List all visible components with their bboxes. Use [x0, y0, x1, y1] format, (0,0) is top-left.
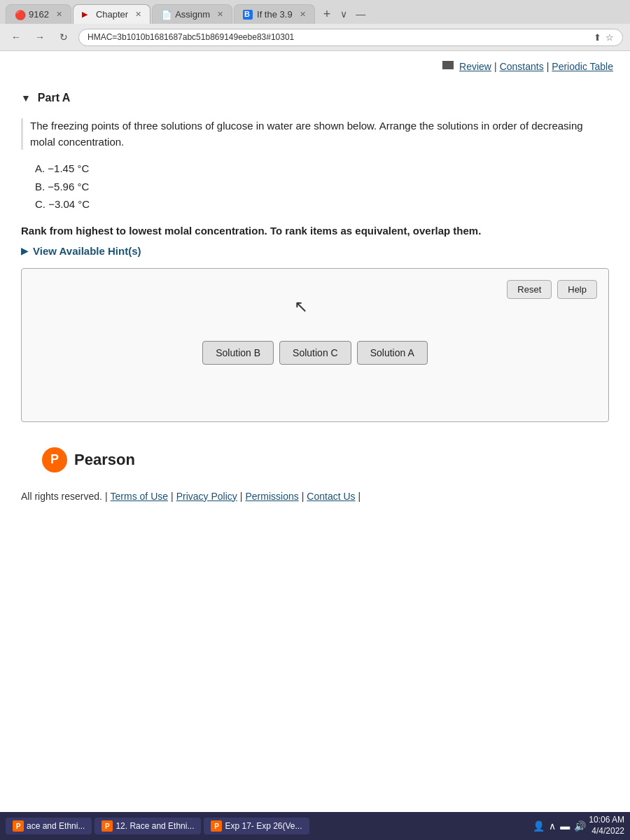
help-button[interactable]: Help [557, 280, 597, 299]
constants-link[interactable]: Constants [500, 61, 544, 72]
tab-icon-3: 📄 [161, 10, 171, 20]
sep2: | [547, 61, 550, 72]
footer-sep5: | [358, 491, 361, 502]
browser-chrome: 🔴 9162 ✕ ▶ Chapter ✕ 📄 Assignm ✕ B If th… [0, 0, 630, 51]
cursor-indicator: ↖ [294, 297, 308, 316]
tab-9162[interactable]: 🔴 9162 ✕ [6, 4, 71, 24]
hint-arrow-icon: ▶ [21, 245, 29, 256]
taskbar-item-1[interactable]: P ace and Ethni... [6, 818, 92, 834]
star-icon[interactable]: ☆ [606, 32, 614, 43]
address-text: HMAC=3b1010b1681687abc51b869149eebe83#10… [88, 32, 294, 42]
minimize-btn[interactable]: — [353, 8, 368, 20]
question-text: The freezing points of three solutions o… [21, 118, 609, 150]
tab-actions: + ∨ — [319, 7, 369, 22]
share-icon[interactable]: ⬆ [594, 32, 601, 43]
pearson-logo-letter: P [50, 452, 59, 467]
date-display: 4/4/2022 [589, 826, 624, 837]
tab-chapter[interactable]: ▶ Chapter ✕ [73, 4, 150, 24]
pearson-name: Pearson [74, 451, 135, 469]
main-content: Review | Constants | Periodic Table ▼ Pa… [0, 51, 630, 821]
taskbar-label-3: Exp 17- Exp 26(Ve... [225, 821, 302, 831]
tab-label-1: 9162 [29, 9, 49, 20]
drag-area[interactable]: ↖ Reset Help Solution B Solution C Solut… [21, 268, 609, 422]
pearson-logo: P [42, 447, 67, 472]
tab-icon-1: 🔴 [15, 10, 24, 20]
tab-close-4[interactable]: ✕ [300, 10, 306, 19]
privacy-link[interactable]: Privacy Policy [176, 491, 237, 502]
footer-sep2: | [171, 491, 174, 502]
hint-text[interactable]: View Available Hint(s) [33, 245, 141, 257]
drag-area-top: Reset Help [33, 280, 597, 299]
tab-label-3: Assignm [175, 9, 210, 20]
contact-link[interactable]: Contact Us [307, 491, 355, 502]
option-a: A. −1.45 °C [35, 160, 609, 178]
review-link[interactable]: Review [459, 61, 491, 72]
part-header: ▼ Part A [21, 92, 609, 104]
option-b: B. −5.96 °C [35, 178, 609, 196]
refresh-btn[interactable]: ↻ [55, 28, 73, 46]
taskbar-label-2: 12. Race and Ethni... [115, 821, 194, 831]
taskbar: P ace and Ethni... P 12. Race and Ethni.… [0, 812, 630, 840]
part-title: Part A [38, 92, 71, 104]
tab-label-2: Chapter [96, 9, 128, 20]
rights-text: All rights reserved. [21, 491, 102, 502]
back-btn[interactable]: ← [7, 28, 25, 46]
taskbar-icon-2: P [102, 820, 113, 832]
rank-instruction: Rank from highest to lowest molal concen… [21, 225, 609, 237]
periodic-table-link[interactable]: Periodic Table [552, 61, 613, 72]
taskbar-icon-1: P [13, 820, 24, 832]
solution-c-button[interactable]: Solution C [279, 341, 351, 365]
tab-close-1[interactable]: ✕ [56, 10, 62, 19]
new-tab-btn[interactable]: + [319, 7, 335, 22]
tab-assignment[interactable]: 📄 Assignm ✕ [152, 4, 232, 24]
solution-a-button[interactable]: Solution A [357, 341, 428, 365]
taskbar-item-3[interactable]: P Exp 17- Exp 26(Ve... [204, 818, 309, 834]
person-icon: 👤 [533, 820, 545, 832]
taskbar-label-1: ace and Ethni... [27, 821, 85, 831]
tab-icon-2: ▶ [82, 10, 92, 20]
footer-sep3: | [240, 491, 243, 502]
tab-close-2[interactable]: ✕ [135, 10, 141, 19]
hint-row[interactable]: ▶ View Available Hint(s) [21, 245, 609, 257]
taskbar-icons-right: 👤 ∧ ▬ 🔊 [533, 820, 586, 832]
taskbar-item-2[interactable]: P 12. Race and Ethni... [94, 818, 201, 834]
footer-links: All rights reserved. | Terms of Use | Pr… [21, 484, 609, 513]
reset-button[interactable]: Reset [507, 280, 552, 299]
top-links: Review | Constants | Periodic Table [0, 51, 630, 78]
taskbar-icon-3: P [211, 820, 222, 832]
forward-btn[interactable]: → [31, 28, 49, 46]
chevron-up-icon[interactable]: ∧ [549, 820, 556, 832]
tab-bar: 🔴 9162 ✕ ▶ Chapter ✕ 📄 Assignm ✕ B If th… [0, 0, 630, 24]
option-c: C. −3.04 °C [35, 195, 609, 214]
more-tabs-btn[interactable]: ∨ [337, 8, 350, 20]
drag-items-row: Solution B Solution C Solution A [33, 341, 597, 365]
solution-b-button[interactable]: Solution B [202, 341, 274, 365]
volume-icon[interactable]: 🔊 [574, 820, 586, 832]
address-icons: ⬆ ☆ [594, 32, 614, 43]
footer-sep1: | [105, 491, 108, 502]
permissions-link[interactable]: Permissions [245, 491, 298, 502]
taskbar-time: 10:06 AM 4/4/2022 [589, 815, 624, 836]
footer-sep4: | [302, 491, 304, 502]
terms-link[interactable]: Terms of Use [111, 491, 168, 502]
address-bar-row: ← → ↻ HMAC=3b1010b1681687abc51b869149eeb… [0, 24, 630, 50]
collapse-arrow[interactable]: ▼ [21, 92, 31, 104]
options-list: A. −1.45 °C B. −5.96 °C C. −3.04 °C [35, 160, 609, 214]
address-bar[interactable]: HMAC=3b1010b1681687abc51b869149eebe83#10… [78, 29, 623, 46]
pearson-section: P Pearson [21, 436, 609, 484]
review-icon [442, 61, 454, 69]
time-display: 10:06 AM [589, 815, 624, 826]
monitor-icon: ▬ [560, 820, 570, 832]
tab-label-4: If the 3.9 [257, 9, 293, 20]
sep1: | [494, 61, 497, 72]
part-section: ▼ Part A The freezing points of three so… [0, 78, 630, 513]
tab-icon-4: B [243, 10, 253, 20]
tab-ifthe[interactable]: B If the 3.9 ✕ [234, 4, 315, 24]
tab-close-3[interactable]: ✕ [217, 10, 223, 19]
